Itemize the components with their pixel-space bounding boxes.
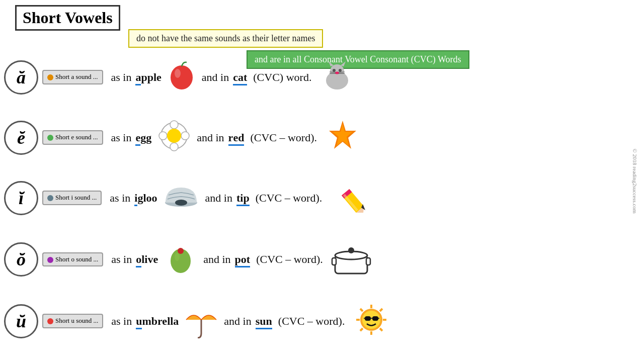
vowel-circle-u: ŭ [4,304,38,338]
row-label-o: as in olive and in pot (CVC – word). [111,240,634,279]
underlined-letter: d [238,131,244,144]
row-label-a: as in apple and in cat (CVC) word. [111,59,634,95]
underlined-letter: e [135,131,140,144]
svg-point-3 [330,64,344,78]
vowel-row-i: ĭ Short i sound ... as in igloo and in t… [0,180,634,216]
underlined-letter: t [244,71,247,84]
svg-rect-24 [342,189,364,213]
svg-point-19 [167,129,181,143]
svg-point-16 [170,143,178,151]
row-label-u: as in umbrella and in sun (CVC – word). [111,301,634,341]
underlined-letter: e [233,131,238,144]
svg-point-18 [181,132,189,140]
underlined-letter: t [236,192,240,205]
vowel-row-a: ă Short a sound ... as in apple and in c… [0,59,634,95]
svg-line-44 [380,328,382,331]
sound-button-e[interactable]: Short e sound ... [42,130,103,145]
vowel-letter-e: ĕ [17,127,25,148]
page-title: Short Vowels [15,5,120,31]
underlined-letter: i [134,192,137,205]
sound-button-a[interactable]: Short a sound ... [42,70,103,84]
vowel-circle-o: ŏ [4,242,38,277]
underlined-letter: u [260,315,266,328]
vowel-row-u: ŭ Short u sound ... as in umbrella and i… [0,301,634,341]
svg-point-23 [175,200,187,206]
vowel-letter-u: ŭ [16,311,26,332]
svg-point-7 [339,69,342,72]
underlined-letter: s [256,315,260,328]
underlined-letter: p [243,192,249,205]
svg-rect-48 [365,316,371,321]
svg-point-6 [333,69,336,72]
underlined-letter: r [228,131,233,144]
svg-point-30 [178,248,184,254]
underlined-letter: c [233,71,238,84]
svg-line-46 [360,328,363,331]
sound-button-u[interactable]: Short u sound ... [42,314,103,328]
vowel-letter-i: ĭ [19,188,24,209]
sound-button-o[interactable]: Short o sound ... [42,252,103,267]
sound-button-i[interactable]: Short i sound ... [42,191,102,205]
svg-rect-49 [372,316,378,321]
vowel-circle-i: ĭ [4,181,38,215]
underlined-letter: u [136,315,142,328]
underlined-letter: o [136,253,141,266]
svg-rect-36 [366,258,370,265]
svg-marker-5 [341,61,346,66]
vowel-letter-o: ŏ [17,249,26,270]
svg-line-45 [380,309,382,311]
svg-point-8 [335,72,339,74]
vowel-circle-a: ă [4,60,38,95]
underlined-letter: a [238,71,244,84]
subtitle-1: do not have the same sounds as their let… [128,29,323,48]
underlined-letter: o [241,253,247,266]
svg-point-1 [175,69,181,78]
svg-point-0 [171,65,193,89]
underlined-letter: t [247,253,250,266]
svg-point-34 [348,247,354,253]
underlined-letter: p [235,253,241,266]
underlined-letter: a [135,71,141,84]
vowel-circle-e: ĕ [4,121,38,155]
svg-point-17 [159,132,167,140]
row-label-e: as in egg and in red (CVC – word). [111,120,634,155]
svg-line-43 [360,309,363,311]
row-label-i: as in igloo and in tip (CVC – word). [110,180,634,216]
svg-rect-35 [332,258,336,265]
svg-point-15 [170,121,178,129]
svg-point-31 [175,253,180,261]
vowel-letter-a: ă [17,67,26,88]
vowel-row-o: ŏ Short o sound ... as in olive and in p… [0,240,634,279]
copyright: © 2018 reading2success.com [630,101,640,261]
svg-marker-4 [329,61,334,66]
underlined-letter: n [266,315,272,328]
vowel-row-e: ĕ Short e sound ... as in egg and in red… [0,120,634,155]
